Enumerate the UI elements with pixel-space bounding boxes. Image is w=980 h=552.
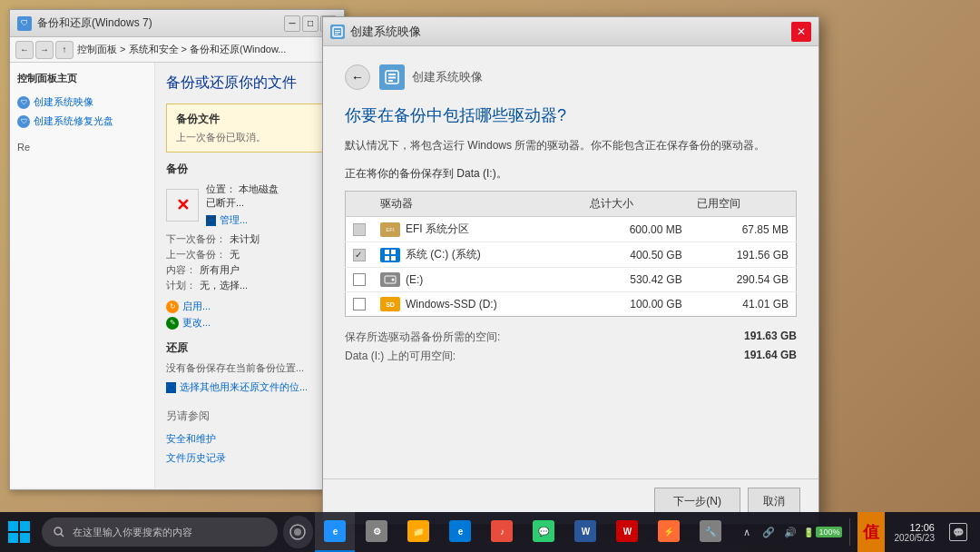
row3-used: 41.01 GB xyxy=(690,292,797,317)
taskbar-search-box[interactable]: 在这里输入你要搜索的内容 xyxy=(42,518,278,547)
svg-rect-2 xyxy=(335,32,340,33)
taskbar-app-files[interactable]: 📁 xyxy=(398,512,438,552)
row0-name: EFI EFI 系统分区 xyxy=(373,217,583,242)
taskbar-app-edge[interactable]: e xyxy=(440,512,480,552)
change-icon: ✎ xyxy=(166,317,179,330)
taskbar-app-ie[interactable]: e xyxy=(315,512,355,552)
restore-link[interactable]: 🛡 选择其他用来还原文件的位... xyxy=(166,380,333,394)
taskbar-date: 2020/5/23 xyxy=(894,533,935,543)
sd-drive-icon: SD xyxy=(380,297,400,311)
security-link[interactable]: 安全和维护 xyxy=(166,429,333,448)
drive-table-header: 驱动器 总计大小 已用空间 xyxy=(346,192,797,217)
taskbar-app-tool[interactable]: 🔧 xyxy=(691,512,730,552)
cp-title-icon: 🛡 xyxy=(17,16,32,31)
table-row: (E:) 530.42 GB 290.54 GB xyxy=(346,268,797,292)
row3-name: SD Windows-SSD (D:) xyxy=(373,292,583,317)
also-title: 另请参阅 xyxy=(166,409,333,424)
storage-required-row: 保存所选驱动器备份所需的空间: 191.63 GB xyxy=(345,330,797,345)
cp-back-btn[interactable]: ← xyxy=(15,41,34,59)
dialog-close-btn[interactable]: ✕ xyxy=(791,22,811,42)
dialog-back-btn[interactable]: ← xyxy=(345,64,370,90)
sidebar-link-create-image[interactable]: 🛡 创建系统映像 xyxy=(17,93,147,112)
tray-volume-icon[interactable]: 🔊 xyxy=(781,523,799,541)
cp-title-text: 备份和还原(Windows 7) xyxy=(37,15,284,31)
windows-drive-icon xyxy=(380,248,400,262)
windows-logo-icon xyxy=(8,521,30,543)
tool-icon: 🔧 xyxy=(700,520,721,542)
wps-icon: W xyxy=(616,520,638,542)
cp-up-btn[interactable]: ↑ xyxy=(55,41,74,59)
next-backup-label: 下一次备份： xyxy=(166,232,226,246)
row2-checkbox[interactable] xyxy=(353,273,366,286)
svg-rect-10 xyxy=(385,256,389,261)
backup-files-section: 备份文件 上一次备份已取消。 xyxy=(166,104,333,153)
content-value: 所有用户 xyxy=(200,263,240,277)
sidebar-restore-label: Re xyxy=(17,142,147,153)
table-row: SD Windows-SSD (D:) 100.00 GB 41.01 GB xyxy=(346,292,797,317)
task-icon: ⚡ xyxy=(658,520,680,542)
taskbar-app-music[interactable]: ♪ xyxy=(482,512,522,552)
row1-checkbox xyxy=(353,249,366,261)
next-backup-value: 未计划 xyxy=(230,232,260,246)
sidebar-cp-home[interactable]: 控制面板主页 xyxy=(17,72,147,85)
restore-section: 还原 没有备份保存在当前备份位置... 🛡 选择其他用来还原文件的位... xyxy=(166,340,333,394)
table-row: 系统 (C:) (系统) 400.50 GB 191.56 GB xyxy=(346,242,797,268)
taskbar-app-settings[interactable]: ⚙ xyxy=(357,512,397,552)
cp-forward-btn[interactable]: → xyxy=(35,41,54,59)
cp-main-content: 备份或还原你的文件 备份文件 上一次备份已取消。 备份 ✕ 位置： 本地磁盘 xyxy=(155,63,344,488)
manage-link[interactable]: 管理... xyxy=(220,213,248,227)
drive-table: 驱动器 总计大小 已用空间 EFI EFI 系统分区 xyxy=(345,191,797,317)
last-backup-label: 上一次备份： xyxy=(166,248,226,261)
th-check xyxy=(346,192,374,217)
taskbar-app-wps[interactable]: W xyxy=(607,512,647,552)
tray-divider xyxy=(849,518,850,546)
row2-used: 290.54 GB xyxy=(690,268,797,292)
dialog-page-title-small: 创建系统映像 xyxy=(412,69,483,85)
create-image-dialog: 创建系统映像 ✕ ← 创建系统映像 你要在备份中包括哪些驱动器? 默认情况下，将… xyxy=(322,16,819,525)
whats-worth-logo[interactable]: 值 xyxy=(858,512,885,552)
row0-checkbox xyxy=(353,223,366,236)
dialog-save-to: 正在将你的备份保存到 Data (I:)。 xyxy=(345,166,797,182)
svg-rect-11 xyxy=(391,256,396,261)
shield-icon-1: 🛡 xyxy=(17,96,30,109)
row0-used: 67.85 MB xyxy=(690,217,797,242)
tray-network-icon[interactable]: 🔗 xyxy=(760,523,778,541)
sidebar-link-repair-disc[interactable]: 🛡 创建系统修复光盘 xyxy=(17,112,147,131)
cp-minimize-btn[interactable]: ─ xyxy=(284,15,300,32)
taskbar-app-wechat[interactable]: 💬 xyxy=(524,512,564,552)
cp-sidebar: 控制面板主页 🛡 创建系统映像 🛡 创建系统修复光盘 Re xyxy=(10,63,155,488)
desktop: 🛡 备份和还原(Windows 7) ─ □ ✕ ← → ↑ 控制面板 > 系统… xyxy=(0,0,980,552)
enable-link[interactable]: ↻ 启用... xyxy=(166,300,333,313)
storage-available-label: Data (I:) 上的可用空间: xyxy=(345,349,456,364)
search-icon xyxy=(53,526,65,538)
wechat-icon: 💬 xyxy=(533,520,554,542)
th-total: 总计大小 xyxy=(583,192,690,217)
file-history-link[interactable]: 文件历史记录 xyxy=(166,448,333,468)
restore-section-label: 还原 xyxy=(166,340,333,356)
dialog-title-icon xyxy=(330,25,345,39)
worth-icon: 值 xyxy=(863,521,879,543)
dialog-page-icon xyxy=(379,64,405,90)
files-icon: 📁 xyxy=(407,520,429,542)
start-button[interactable] xyxy=(0,512,38,552)
taskbar-app-word[interactable]: W xyxy=(565,512,605,552)
word-icon: W xyxy=(574,520,596,542)
svg-rect-5 xyxy=(388,74,396,75)
taskbar-time: 12:06 xyxy=(909,522,935,533)
tray-up-arrow[interactable]: ∧ xyxy=(738,523,756,541)
location-label: 位置： 本地磁盘 xyxy=(206,182,279,196)
dialog-description: 默认情况下，将包含运行 Windows 所需的驱动器。你不能包含正在保存备份的驱… xyxy=(345,137,797,153)
taskbar-app-task[interactable]: ⚡ xyxy=(649,512,689,552)
cp-maximize-btn[interactable]: □ xyxy=(302,15,318,32)
table-row: EFI EFI 系统分区 600.00 MB 67.85 MB xyxy=(346,217,797,242)
schedule-value: 无，选择... xyxy=(200,279,248,292)
change-link[interactable]: ✎ 更改... xyxy=(166,316,333,330)
location-row: ✕ 位置： 本地磁盘 已断开... 🛡 管理... xyxy=(166,182,333,227)
storage-available-row: Data (I:) 上的可用空间: 191.64 GB xyxy=(345,349,797,364)
row3-checkbox[interactable] xyxy=(353,298,366,310)
dialog-title-text: 创建系统映像 xyxy=(350,24,791,40)
notification-center-btn[interactable]: 💬 xyxy=(944,512,973,552)
svg-rect-1 xyxy=(335,30,340,31)
svg-line-15 xyxy=(61,534,64,537)
cortana-button[interactable] xyxy=(283,516,314,548)
